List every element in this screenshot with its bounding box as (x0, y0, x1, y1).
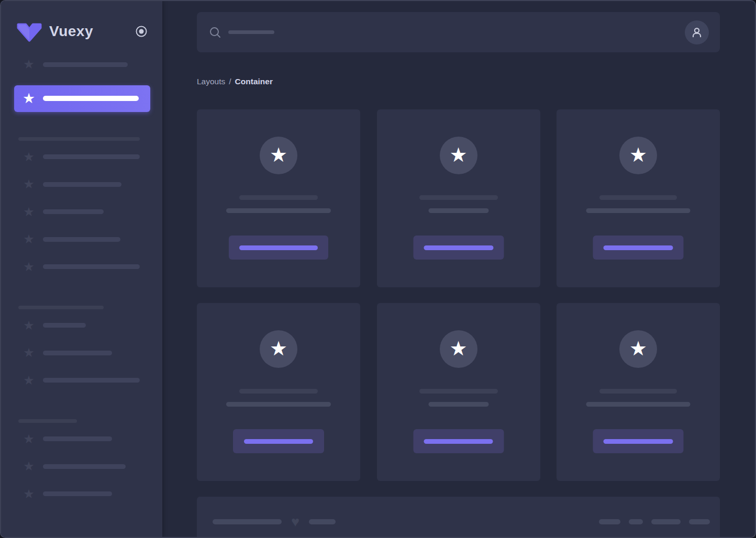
card-line1-skeleton (419, 389, 498, 394)
button-label-skeleton (604, 439, 673, 444)
main-content: Layouts/Container ★★★★★★ ♥ (162, 1, 756, 537)
footer-row: ♥ (213, 515, 710, 528)
menu-label-skeleton (43, 351, 112, 355)
breadcrumb-current: Container (235, 77, 273, 86)
menu-label-skeleton (43, 464, 126, 469)
card-avatar-circle: ★ (619, 137, 657, 174)
card-grid: ★★★★★★ (197, 109, 720, 481)
star-icon: ★ (22, 58, 36, 71)
card-button[interactable] (413, 429, 504, 453)
star-icon: ★ (22, 433, 36, 445)
placeholder-card: ★ (197, 303, 360, 481)
menu-label-skeleton (43, 154, 140, 159)
menu-pin-toggle-icon[interactable] (135, 25, 148, 38)
star-icon: ★ (22, 233, 36, 245)
card-avatar-circle: ★ (260, 330, 297, 368)
star-icon: ★ (22, 92, 36, 105)
card-button[interactable] (229, 236, 328, 260)
card-avatar-circle: ★ (440, 330, 477, 368)
menu-label-skeleton (43, 209, 104, 214)
placeholder-card: ★ (197, 109, 360, 287)
star-icon: ★ (449, 339, 467, 360)
star-icon: ★ (22, 151, 36, 163)
star-icon: ★ (22, 319, 36, 332)
breadcrumb-separator: / (229, 77, 231, 86)
star-icon: ★ (22, 374, 36, 387)
footer-skeleton-bar (309, 519, 336, 524)
card-line2-skeleton (586, 402, 691, 407)
sidebar-item[interactable]: ★ (1, 432, 162, 446)
heart-icon[interactable]: ♥ (291, 515, 299, 528)
app-title: Vuexy (49, 23, 93, 40)
sidebar-item[interactable]: ★ (1, 260, 162, 274)
card-line1-skeleton (599, 195, 677, 200)
star-icon: ★ (629, 145, 647, 166)
sidebar-item[interactable]: ★ (1, 205, 162, 219)
button-label-skeleton (244, 439, 313, 444)
button-label-skeleton (424, 245, 493, 250)
search-bar[interactable] (197, 12, 720, 52)
footer-skeleton-bar (689, 519, 710, 524)
menu-label-skeleton (43, 491, 112, 496)
card-line2-skeleton (226, 208, 331, 213)
card-button[interactable] (413, 236, 504, 260)
sidebar-item[interactable]: ★ (1, 177, 162, 191)
card-line2-skeleton (226, 402, 331, 407)
card-button[interactable] (233, 429, 324, 453)
placeholder-card: ★ (557, 303, 720, 481)
menu-label-skeleton (43, 264, 140, 269)
star-icon: ★ (22, 460, 36, 473)
sidebar-item[interactable]: ★ (1, 374, 162, 387)
card-line2-skeleton (428, 208, 488, 213)
sidebar-menu: ★★★★★★★★★★★★★ (1, 58, 162, 525)
menu-label-skeleton (43, 182, 121, 187)
star-icon: ★ (629, 339, 647, 360)
search-icon (209, 27, 221, 38)
menu-label-skeleton (43, 237, 120, 242)
sidebar-item[interactable]: ★ (1, 150, 162, 164)
search-placeholder-skeleton (228, 30, 274, 34)
card-line1-skeleton (419, 195, 498, 200)
footer-skeleton-bar (651, 519, 681, 524)
star-icon: ★ (22, 346, 36, 359)
card-button[interactable] (593, 236, 684, 260)
star-icon: ★ (270, 145, 287, 166)
section-header-skeleton (18, 419, 77, 423)
star-icon: ★ (449, 145, 467, 166)
sidebar-item[interactable]: ★ (1, 459, 162, 473)
sidebar-item[interactable]: ★ (1, 487, 162, 501)
star-icon: ★ (270, 339, 287, 360)
footer-skeleton-bar (213, 519, 282, 524)
menu-label-skeleton (43, 378, 140, 383)
sidebar-section-header (1, 419, 162, 423)
sidebar-item[interactable]: ★ (1, 232, 162, 246)
star-icon: ★ (22, 178, 36, 190)
breadcrumb-parent[interactable]: Layouts (197, 77, 225, 86)
sidebar-item[interactable]: ★ (1, 58, 162, 71)
sidebar-item[interactable]: ★ (1, 319, 162, 332)
breadcrumb: Layouts/Container (197, 77, 720, 86)
placeholder-card: ★ (377, 109, 540, 287)
user-avatar[interactable] (685, 20, 709, 44)
app-window: Vuexy ★★★★★★★★★★★★★ (0, 0, 756, 538)
button-label-skeleton (604, 245, 673, 250)
card-button[interactable] (593, 429, 684, 453)
menu-label-skeleton (43, 436, 112, 441)
menu-label-skeleton (43, 96, 139, 101)
button-label-skeleton (239, 245, 318, 250)
menu-label-skeleton (43, 62, 128, 67)
card-line1-skeleton (239, 195, 318, 200)
menu-label-skeleton (43, 323, 86, 328)
vuexy-logo-icon (17, 21, 42, 42)
person-icon (690, 26, 704, 39)
card-avatar-circle: ★ (619, 330, 657, 368)
sidebar-item-active[interactable]: ★ (14, 85, 150, 112)
section-header-skeleton (18, 137, 140, 141)
footer-skeleton-bar (629, 519, 643, 524)
button-label-skeleton (424, 439, 493, 444)
logo-row: Vuexy (1, 21, 162, 42)
star-icon: ★ (22, 206, 36, 218)
sidebar-item[interactable]: ★ (1, 346, 162, 360)
section-header-skeleton (18, 306, 104, 309)
placeholder-card: ★ (557, 109, 720, 287)
